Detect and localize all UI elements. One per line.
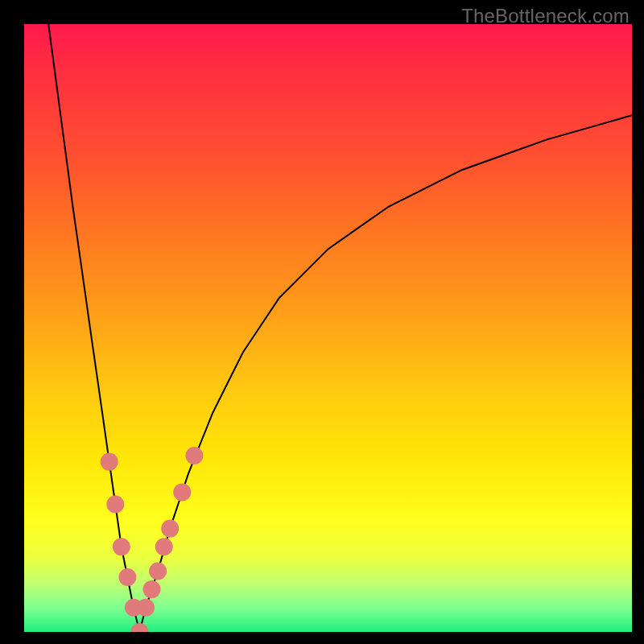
- plot-area: [24, 24, 632, 632]
- marker-point: [173, 483, 191, 501]
- marker-point: [113, 538, 130, 555]
- marker-point: [149, 563, 167, 580]
- marker-point: [143, 580, 161, 598]
- chart-frame: TheBottleneck.com: [0, 0, 644, 644]
- marker-point: [137, 599, 155, 617]
- marker-point: [118, 568, 136, 586]
- marker-point: [101, 453, 118, 471]
- marker-point: [185, 447, 203, 464]
- marker-point: [155, 538, 173, 555]
- marker-point: [106, 496, 124, 514]
- marker-point: [130, 623, 148, 632]
- chart-svg: [24, 24, 632, 632]
- right-curve: [139, 115, 632, 632]
- marker-point: [161, 520, 179, 538]
